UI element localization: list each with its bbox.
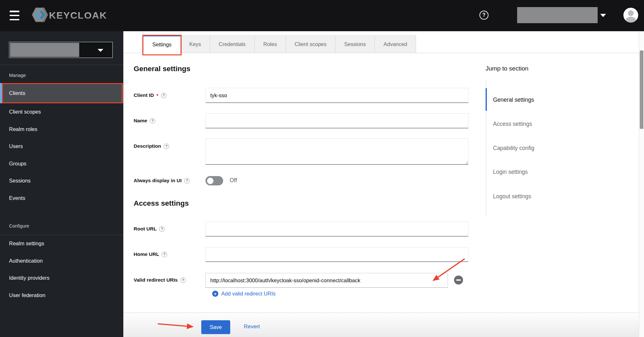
add-redirect-uri-link[interactable]: + Add valid redirect URIs (212, 291, 276, 297)
avatar[interactable] (623, 8, 638, 23)
valid-redirect-uri-input[interactable] (205, 273, 448, 288)
always-display-label: Always display in UI ? (134, 178, 190, 183)
help-icon[interactable]: ? (180, 277, 186, 283)
toggle-knob (207, 178, 213, 184)
help-icon[interactable]: ? (479, 11, 488, 20)
client-id-input[interactable] (205, 88, 469, 103)
sidebar-divider (0, 65, 123, 65)
avatar-head-icon (628, 10, 634, 16)
tab-settings[interactable]: Settings (143, 35, 181, 53)
jump-to-section-nav: General settings Access settings Capabil… (486, 80, 582, 216)
home-url-label: Home URL ? (134, 251, 167, 257)
sidebar-item-identity-providers[interactable]: Identity providers (0, 269, 123, 287)
tab-bar: Settings Keys Credentials Roles Client s… (123, 35, 639, 53)
toggle-state-label: Off (230, 177, 237, 184)
remove-redirect-uri-button[interactable] (454, 276, 463, 285)
revert-link[interactable]: Revert (244, 323, 260, 330)
sidebar-item-user-federation[interactable]: User federation (0, 287, 123, 304)
sidebar-item-authentication[interactable]: Authentication (0, 252, 123, 270)
vertical-scrollbar-track[interactable] (639, 31, 644, 337)
tab-client-scopes[interactable]: Client scopes (286, 35, 336, 53)
sidebar-item-groups[interactable]: Groups (0, 155, 123, 173)
sidebar: Manage Clients Client scopes Realm roles… (0, 31, 123, 337)
sidebar-item-events[interactable]: Events (0, 190, 123, 207)
help-icon[interactable]: ? (150, 118, 155, 124)
required-asterisk: * (156, 93, 158, 98)
description-textarea[interactable] (205, 138, 469, 165)
main-content: Settings Keys Credentials Roles Client s… (123, 31, 644, 337)
chevron-down-icon (98, 49, 103, 52)
brand-text: KEYCLOAK (49, 10, 107, 21)
plus-circle-icon: + (212, 291, 218, 297)
jump-item-logout-settings[interactable]: Logout settings (486, 192, 531, 201)
tab-roles[interactable]: Roles (254, 35, 286, 53)
root-url-input[interactable] (205, 222, 469, 237)
help-icon[interactable]: ? (164, 144, 169, 149)
sidebar-item-users[interactable]: Users (0, 138, 123, 155)
jump-to-section-title: Jump to section (486, 65, 528, 72)
always-display-toggle[interactable] (205, 176, 223, 185)
avatar-body-icon (626, 17, 636, 23)
tab-advanced[interactable]: Advanced (374, 35, 416, 53)
help-icon[interactable]: ? (184, 178, 190, 183)
jump-item-access-settings[interactable]: Access settings (486, 119, 532, 129)
help-icon[interactable]: ? (162, 252, 167, 257)
description-label: Description ? (134, 143, 169, 149)
help-icon[interactable]: ? (159, 226, 165, 232)
name-label: Name ? (134, 118, 155, 124)
sidebar-item-realm-settings[interactable]: Realm settings (0, 235, 123, 252)
sidebar-item-client-scopes[interactable]: Client scopes (0, 103, 123, 121)
nav-section-configure: Configure (9, 223, 29, 229)
help-icon[interactable]: ? (161, 93, 166, 98)
sidebar-item-realm-roles[interactable]: Realm roles (0, 121, 123, 138)
vertical-scrollbar-thumb[interactable] (640, 51, 643, 129)
keycloak-logo-icon (32, 6, 48, 24)
chevron-down-icon[interactable] (600, 14, 606, 17)
realm-name-redacted (10, 43, 79, 57)
jump-item-capability-config[interactable]: Capability config (486, 143, 534, 153)
tab-credentials[interactable]: Credentials (210, 35, 254, 53)
client-id-label: Client ID * ? (134, 92, 166, 98)
user-menu-redacted[interactable] (517, 7, 598, 23)
keycloak-logo[interactable]: KEYCLOAK (32, 6, 107, 24)
valid-redirect-uris-label: Valid redirect URIs ? (134, 277, 186, 283)
name-input[interactable] (205, 113, 469, 128)
realm-selector[interactable] (9, 42, 113, 58)
tab-sessions[interactable]: Sessions (335, 35, 375, 53)
access-settings-heading: Access settings (134, 199, 189, 208)
general-settings-heading: General settings (134, 65, 190, 73)
jump-item-login-settings[interactable]: Login settings (486, 167, 528, 177)
sidebar-item-sessions[interactable]: Sessions (0, 172, 123, 190)
nav-section-manage: Manage (9, 73, 26, 78)
save-button[interactable]: Save (201, 320, 230, 334)
tab-keys[interactable]: Keys (180, 35, 210, 53)
jump-item-general-settings[interactable]: General settings (486, 95, 534, 105)
home-url-input[interactable] (205, 247, 469, 262)
sidebar-item-clients[interactable]: Clients (0, 83, 123, 103)
root-url-label: Root URL ? (134, 226, 165, 232)
top-bar: KEYCLOAK ? (0, 0, 644, 31)
form-action-bar: Save Revert (123, 313, 639, 337)
hamburger-menu-icon[interactable] (10, 11, 19, 20)
